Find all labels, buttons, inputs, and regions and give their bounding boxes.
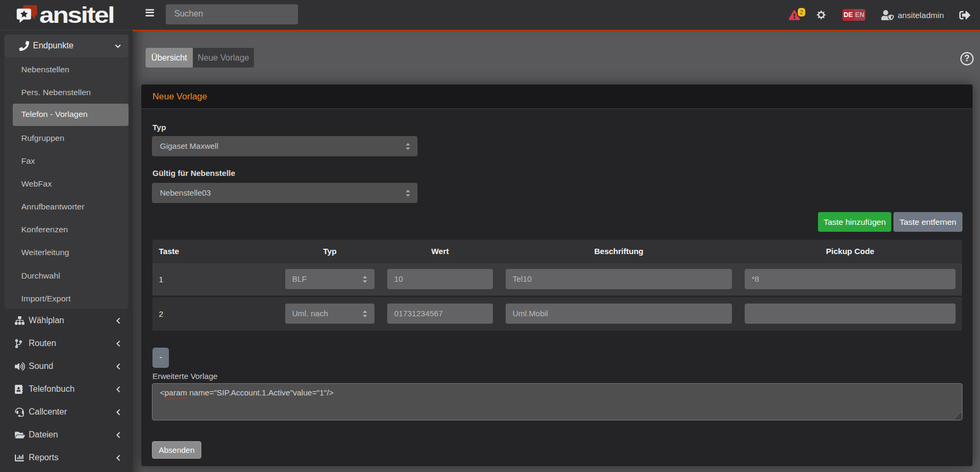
svg-text:ansitel: ansitel bbox=[39, 2, 114, 28]
